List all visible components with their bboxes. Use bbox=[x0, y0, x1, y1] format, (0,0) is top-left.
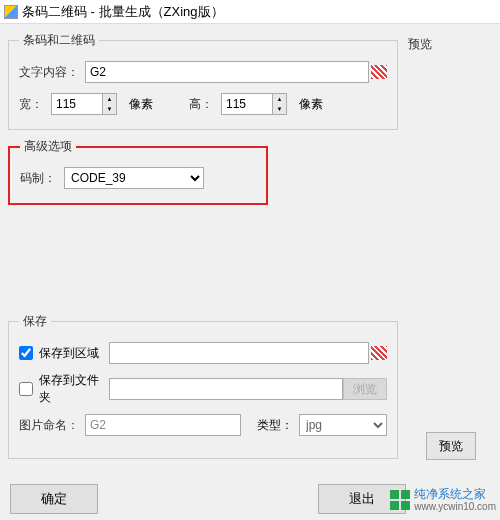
browse-button: 浏览 bbox=[343, 378, 387, 400]
window-title: 条码二维码 - 批量生成（ZXing版） bbox=[22, 0, 224, 24]
watermark-logo-icon bbox=[390, 490, 410, 510]
height-unit: 像素 bbox=[299, 96, 323, 113]
width-unit: 像素 bbox=[129, 96, 153, 113]
watermark-url: www.ycwin10.com bbox=[414, 501, 496, 512]
save-folder-label: 保存到文件夹 bbox=[39, 372, 109, 406]
width-down-icon[interactable]: ▼ bbox=[103, 104, 116, 114]
preview-legend: 预览 bbox=[408, 36, 492, 53]
code-type-select[interactable]: CODE_39 bbox=[64, 167, 204, 189]
group-barcode-legend: 条码和二维码 bbox=[19, 32, 99, 49]
text-content-input[interactable] bbox=[85, 61, 369, 83]
height-label: 高： bbox=[189, 96, 213, 113]
pick-region-icon[interactable] bbox=[371, 346, 387, 360]
save-region-row[interactable]: 保存到区域 bbox=[19, 345, 109, 362]
save-folder-checkbox[interactable] bbox=[19, 382, 33, 396]
save-region-label: 保存到区域 bbox=[39, 345, 99, 362]
group-save-legend: 保存 bbox=[19, 313, 51, 330]
save-folder-row[interactable]: 保存到文件夹 bbox=[19, 372, 109, 406]
width-up-icon[interactable]: ▲ bbox=[103, 94, 116, 104]
width-input[interactable] bbox=[51, 93, 103, 115]
image-type-label: 类型： bbox=[257, 417, 293, 434]
titlebar: 条码二维码 - 批量生成（ZXing版） bbox=[0, 0, 500, 24]
save-folder-input bbox=[109, 378, 343, 400]
watermark: 纯净系统之家 www.ycwin10.com bbox=[390, 488, 496, 512]
text-content-label: 文字内容： bbox=[19, 64, 85, 81]
height-up-icon[interactable]: ▲ bbox=[273, 94, 286, 104]
group-advanced-legend: 高级选项 bbox=[20, 138, 76, 155]
image-name-label: 图片命名： bbox=[19, 417, 85, 434]
group-save: 保存 保存到区域 保存到文件夹 浏览 图片命名： 类型 bbox=[8, 313, 398, 459]
watermark-name: 纯净系统之家 bbox=[414, 488, 496, 501]
image-type-select[interactable]: jpg bbox=[299, 414, 387, 436]
preview-button[interactable]: 预览 bbox=[426, 432, 476, 460]
app-icon bbox=[4, 5, 18, 19]
group-barcode: 条码和二维码 文字内容： 宽： ▲ ▼ 像素 bbox=[8, 32, 398, 130]
group-advanced: 高级选项 码制： CODE_39 bbox=[8, 138, 268, 205]
code-type-label: 码制： bbox=[20, 170, 64, 187]
height-input[interactable] bbox=[221, 93, 273, 115]
ok-button[interactable]: 确定 bbox=[10, 484, 98, 514]
height-spinner[interactable]: ▲ ▼ bbox=[221, 93, 287, 115]
clear-text-icon[interactable] bbox=[371, 65, 387, 79]
height-down-icon[interactable]: ▼ bbox=[273, 104, 286, 114]
save-region-input[interactable] bbox=[109, 342, 369, 364]
save-region-checkbox[interactable] bbox=[19, 346, 33, 360]
width-spinner[interactable]: ▲ ▼ bbox=[51, 93, 117, 115]
image-name-input bbox=[85, 414, 241, 436]
width-label: 宽： bbox=[19, 96, 43, 113]
